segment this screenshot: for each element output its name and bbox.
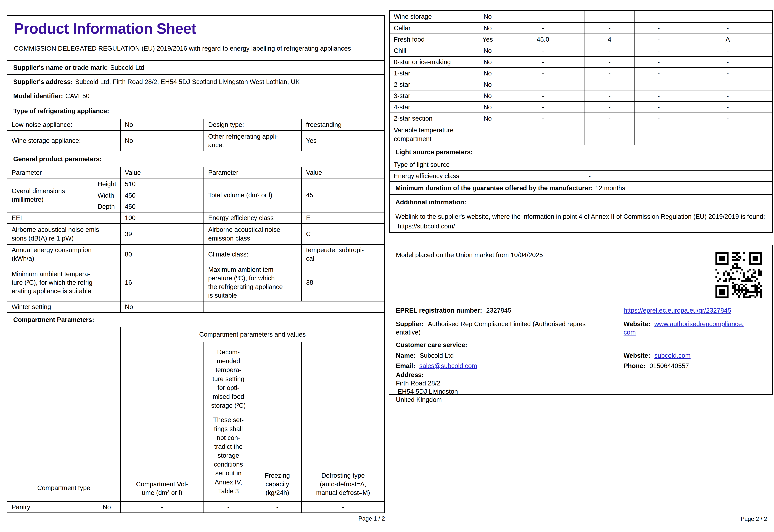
- table-row: Wine storage appliance: No Other refrige…: [7, 130, 384, 151]
- temp-cell: -: [203, 502, 253, 512]
- defrost-cell: A: [683, 34, 772, 45]
- model-identifier-value: CAVE50: [65, 92, 89, 100]
- weblink-text: Weblink to the supplier's website, where…: [395, 213, 765, 220]
- address-label: Address:: [396, 371, 424, 378]
- light-section-header: Light source parameters:: [390, 145, 772, 159]
- eprel-box: Model placed on the Union market from 10…: [389, 245, 773, 395]
- table-row: 2-star section No - - - -: [390, 113, 772, 124]
- answer-cell: No: [474, 79, 501, 90]
- phone-label: Phone:: [624, 362, 645, 369]
- table-row: 0-star or ice-making No - - - -: [390, 56, 772, 67]
- answer-cell: No: [474, 90, 501, 101]
- freezing-cell: -: [634, 113, 683, 124]
- address-line: EH54 5DJ Livingston: [396, 388, 766, 395]
- page-2-table: Wine storage No - - - - Cellar No - - - …: [389, 10, 773, 233]
- param-cell: Airborne acoustical noise emis- sions (d…: [7, 224, 120, 244]
- page1-footer: Page 1 / 2: [7, 515, 385, 522]
- dim-value: 450: [120, 190, 203, 201]
- answer-cell: -: [474, 124, 501, 145]
- eprel-link[interactable]: https://eprel.ec.europa.eu/qr/2327845: [624, 307, 731, 314]
- param-cell: Climate class:: [203, 245, 301, 264]
- website-label: Website:: [624, 320, 650, 327]
- defrost-cell: -: [683, 79, 772, 90]
- empty-cell: [203, 301, 384, 312]
- volume-cell: 45,0: [501, 34, 585, 45]
- qr-code: [715, 252, 762, 298]
- value-cell: temperate, subtropi- cal: [301, 245, 384, 264]
- guarantee-value: 12 months: [595, 184, 625, 192]
- value-cell: E: [301, 212, 384, 223]
- temp-cell: -: [585, 113, 634, 124]
- freezing-cell: -: [634, 90, 683, 101]
- eprel-registration: EPREL registration number: 2327845: [396, 306, 620, 315]
- page-1: Product Information Sheet COMMISSION DEL…: [7, 15, 385, 513]
- table-row: 3-star No - - - -: [390, 90, 772, 101]
- freezing-cell: -: [634, 68, 683, 79]
- column-header: Recom- mended tempera- ture setting for …: [203, 342, 253, 501]
- supplier-value: Authorised Rep Compliance Limited (Autho…: [396, 320, 586, 336]
- answer-cell: No: [93, 502, 120, 512]
- compartment-name-cell: 4-star: [390, 102, 474, 113]
- value-cell: Yes: [301, 131, 384, 151]
- table-row: 4-star No - - - -: [390, 101, 772, 113]
- volume-cell: -: [501, 57, 585, 67]
- defrost-cell: -: [683, 124, 772, 145]
- volume-cell: -: [501, 79, 585, 90]
- temp-cell: -: [585, 79, 634, 90]
- value-cell: No: [120, 301, 203, 312]
- dimensions-block: Overal dimensions (millimetre) Height 51…: [7, 178, 384, 212]
- param-cell: Minimum ambient tempera- ture (ºC), for …: [7, 264, 120, 301]
- param-cell: Airborne acoustical noise emission class: [203, 224, 301, 244]
- weblink-url: https://subcold.com/: [398, 223, 455, 230]
- volume-cell: -: [120, 502, 203, 512]
- guarantee-row: Minimum duration of the guarantee offere…: [390, 181, 772, 194]
- supplier-name-label: Supplier's name or trade mark:: [13, 64, 108, 71]
- freezing-cell: -: [634, 45, 683, 56]
- volume-cell: -: [501, 45, 585, 56]
- compartment-name-cell: Wine storage: [390, 11, 474, 22]
- freezing-cell: -: [253, 502, 301, 512]
- compartment-section-header: Compartment Parameters:: [7, 312, 384, 327]
- column-header: Value: [301, 167, 384, 178]
- type-section-header: Type of refrigerating appliance:: [7, 103, 384, 119]
- volume-cell: -: [501, 113, 585, 124]
- param-cell: Type of light source: [390, 159, 584, 170]
- answer-cell: Yes: [474, 34, 501, 45]
- compartment-name-cell: 0-star or ice-making: [390, 57, 474, 67]
- volume-cell: -: [501, 102, 585, 113]
- supplier-info: Supplier: Authorised Rep Compliance Limi…: [396, 320, 620, 336]
- param-cell: EEI: [7, 212, 120, 223]
- care-name: Name: Subcold Ltd: [396, 351, 620, 360]
- email-label: Email:: [396, 362, 415, 369]
- email-link[interactable]: sales@subcold.com: [419, 362, 477, 369]
- volume-cell: -: [501, 124, 585, 145]
- temp-cell: -: [585, 102, 634, 113]
- value-cell: No: [120, 119, 203, 130]
- param-cell: Annual energy consumption (kWh/a): [7, 245, 120, 264]
- defrost-cell: -: [683, 90, 772, 101]
- supplier-address-row: Supplier's address: Subcold Ltd, Firth R…: [7, 74, 384, 89]
- supplier-name-value: Subcold Ltd: [110, 64, 144, 71]
- freezing-cell: -: [634, 11, 683, 22]
- value-cell: 80: [120, 245, 203, 264]
- freezing-cell: -: [634, 102, 683, 113]
- value-cell: No: [120, 131, 203, 151]
- name-value: Subcold Ltd: [420, 352, 454, 359]
- guarantee-label: Minimum duration of the guarantee offere…: [395, 184, 593, 192]
- supplier-address-label: Supplier's address:: [13, 78, 73, 85]
- supplier-address-value: Subcold Ltd, Firth Road 28/2, EH54 5DJ S…: [75, 78, 300, 85]
- name-label: Name:: [396, 352, 416, 359]
- param-header-row: Parameter Value Parameter Value: [7, 167, 384, 178]
- answer-cell: No: [474, 113, 501, 124]
- temp-cell: -: [585, 11, 634, 22]
- compartment-name-cell: Chill: [390, 45, 474, 56]
- column-header: Freezing capacity (kg/24h): [253, 342, 301, 501]
- model-identifier-row: Model identifier: CAVE50: [7, 89, 384, 103]
- table-row: Energy efficiency class -: [390, 170, 772, 181]
- temp-cell: -: [585, 68, 634, 79]
- supplier-name-row: Supplier's name or trade mark: Subcold L…: [7, 60, 384, 74]
- website2-link[interactable]: subcold.com: [654, 352, 691, 359]
- column-header: Compartment Vol- ume (dm³ or l): [120, 342, 203, 501]
- param-cell: Overal dimensions (millimetre): [7, 178, 93, 212]
- temp-cell: -: [585, 57, 634, 67]
